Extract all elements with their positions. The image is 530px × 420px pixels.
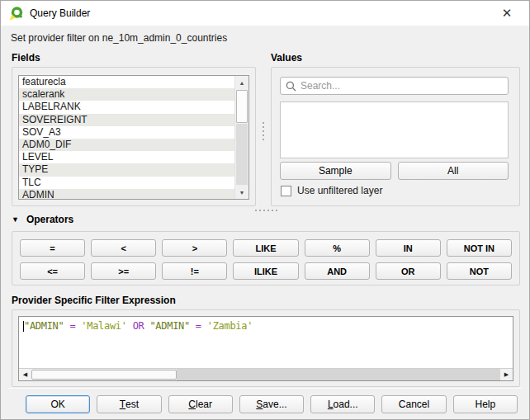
- operator-button[interactable]: >: [162, 239, 227, 257]
- clear-button[interactable]: Clear: [168, 395, 233, 413]
- field-item[interactable]: featurecla: [19, 76, 234, 88]
- values-section-label: Values: [271, 52, 302, 64]
- scroll-down-icon[interactable]: ▼: [235, 186, 248, 199]
- query-builder-dialog: Query Builder ✕ Set provider filter on n…: [0, 0, 530, 420]
- provider-filter-subtitle: Set provider filter on ne_10m_admin_0_co…: [11, 32, 227, 44]
- collapse-caret-icon[interactable]: ▼: [12, 215, 19, 224]
- operators-row-1: =<>LIKE%INNOT IN: [20, 239, 512, 257]
- values-search-box[interactable]: [280, 77, 509, 95]
- field-item[interactable]: SOVEREIGNT: [19, 114, 234, 126]
- ok-button[interactable]: OK: [26, 395, 90, 413]
- field-item[interactable]: TLC: [19, 177, 234, 189]
- save-button[interactable]: Save...: [239, 395, 304, 413]
- fields-rows: featureclascalerankLABELRANKSOVEREIGNTSO…: [19, 76, 234, 199]
- fields-scrollbar[interactable]: ▲ ▼: [234, 76, 248, 199]
- operators-row-2: <=>=!=ILIKEANDORNOT: [20, 262, 512, 280]
- operators-section-label: Operators: [26, 214, 73, 225]
- operator-button[interactable]: >=: [91, 262, 156, 280]
- operators-header[interactable]: ▼ Operators: [12, 214, 73, 225]
- load-button[interactable]: Load...: [310, 395, 375, 413]
- scroll-up-icon[interactable]: ▲: [235, 76, 248, 89]
- help-button[interactable]: Help: [453, 395, 518, 413]
- operator-button[interactable]: LIKE: [233, 239, 298, 257]
- cancel-button[interactable]: Cancel: [381, 395, 446, 413]
- filter-expression-editor[interactable]: "ADMIN" = 'Malawi' OR "ADMIN" = 'Zambia'…: [18, 316, 513, 381]
- all-button[interactable]: All: [398, 162, 509, 180]
- operator-button[interactable]: <: [91, 239, 156, 257]
- qgis-icon: [9, 7, 23, 21]
- fields-section-label: Fields: [12, 52, 40, 64]
- title-bar: Query Builder ✕: [1, 1, 529, 26]
- field-item[interactable]: scalerank: [19, 88, 234, 101]
- operator-button[interactable]: NOT IN: [447, 239, 512, 257]
- field-item[interactable]: LABELRANK: [19, 101, 234, 113]
- field-item[interactable]: LEVEL: [19, 151, 234, 163]
- filter-expression-text[interactable]: "ADMIN" = 'Malawi' OR "ADMIN" = 'Zambia': [19, 317, 513, 332]
- fields-panel: featureclascalerankLABELRANKSOVEREIGNTSO…: [12, 67, 256, 206]
- field-item[interactable]: TYPE: [19, 163, 234, 176]
- operator-button[interactable]: AND: [305, 262, 370, 280]
- test-button[interactable]: Test: [97, 395, 161, 413]
- values-panel: Sample All Use unfiltered layer: [271, 67, 520, 206]
- use-unfiltered-layer-label: Use unfiltered layer: [297, 185, 382, 196]
- fields-list[interactable]: featureclascalerankLABELRANKSOVEREIGNTSO…: [18, 75, 249, 200]
- close-icon[interactable]: ✕: [493, 1, 521, 26]
- operator-button[interactable]: !=: [162, 262, 227, 280]
- hscrollbar-track[interactable]: [177, 369, 500, 380]
- values-search-input[interactable]: [300, 80, 503, 92]
- footer-separator: [8, 388, 522, 389]
- operator-button[interactable]: OR: [376, 262, 441, 280]
- scrollbar-track[interactable]: [236, 124, 248, 185]
- hscrollbar-thumb[interactable]: [31, 370, 177, 380]
- field-item[interactable]: SOV_A3: [19, 126, 234, 139]
- field-item[interactable]: ADMIN: [19, 189, 234, 200]
- scroll-left-icon[interactable]: ◀: [19, 369, 31, 380]
- scrollbar-thumb[interactable]: [236, 90, 248, 123]
- operator-button[interactable]: %: [305, 239, 370, 257]
- footer-button-row: OKTestClearSave...Load...CancelHelp: [26, 395, 518, 413]
- expression-panel: "ADMIN" = 'Malawi' OR "ADMIN" = 'Zambia'…: [12, 309, 520, 387]
- operator-button[interactable]: =: [20, 239, 85, 257]
- scroll-right-icon[interactable]: ▶: [500, 369, 513, 380]
- field-item[interactable]: ADM0_DIF: [19, 139, 234, 151]
- horizontal-splitter-handle[interactable]: [255, 210, 277, 211]
- operator-button[interactable]: NOT: [447, 262, 512, 280]
- window-title: Query Builder: [30, 7, 90, 19]
- operators-panel: =<>LIKE%INNOT IN <=>=!=ILIKEANDORNOT: [12, 231, 520, 286]
- sample-button[interactable]: Sample: [280, 162, 391, 180]
- operator-button[interactable]: ILIKE: [233, 262, 298, 280]
- operator-button[interactable]: IN: [376, 239, 441, 257]
- values-list[interactable]: [280, 101, 509, 158]
- expression-section-label: Provider Specific Filter Expression: [12, 295, 176, 306]
- expression-hscrollbar[interactable]: ◀ ▶: [19, 368, 513, 380]
- vertical-splitter-handle[interactable]: [262, 122, 265, 140]
- use-unfiltered-layer-checkbox[interactable]: [281, 186, 291, 196]
- operator-button[interactable]: <=: [20, 262, 85, 280]
- search-icon: [286, 81, 296, 92]
